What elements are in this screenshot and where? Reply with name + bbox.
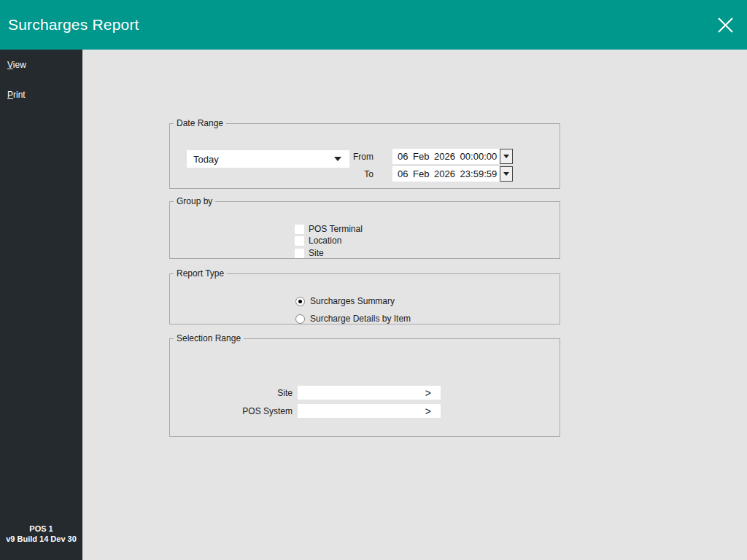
report-type-group: Report Type Surcharges Summary Surcharge… bbox=[169, 268, 560, 324]
title-bar: Surcharges Report bbox=[0, 0, 747, 50]
surcharges-summary-radio-label: Surcharges Summary bbox=[310, 296, 395, 306]
checkbox-row: POS Terminal bbox=[295, 224, 363, 234]
from-datetime-dropdown-button[interactable] bbox=[500, 149, 513, 164]
surcharge-details-radio-label: Surcharge Details by Item bbox=[310, 314, 411, 324]
close-icon bbox=[717, 17, 734, 34]
pos-terminal-checkbox[interactable] bbox=[295, 225, 304, 234]
chevron-right-icon: > bbox=[425, 406, 441, 416]
date-preset-select[interactable]: Today bbox=[187, 150, 349, 168]
chevron-down-icon bbox=[503, 172, 509, 176]
checkbox-row: Location bbox=[295, 236, 341, 246]
site-checkbox-label: Site bbox=[309, 248, 324, 258]
site-checkbox[interactable] bbox=[295, 249, 304, 258]
date-range-group: Date Range Today From 06 Feb 2026 00:00:… bbox=[169, 118, 560, 189]
main-content: Date Range Today From 06 Feb 2026 00:00:… bbox=[82, 50, 747, 560]
from-label: From bbox=[330, 152, 374, 162]
date-range-legend: Date Range bbox=[174, 118, 226, 128]
sidebar: View Print POS 1 v9 Build 14 Dev 30 bbox=[0, 50, 82, 560]
sidebar-item-view[interactable]: View bbox=[7, 60, 26, 70]
pos-terminal-checkbox-label: POS Terminal bbox=[309, 224, 363, 234]
page-title: Surcharges Report bbox=[0, 16, 139, 34]
from-datetime-field[interactable]: 06 Feb 2026 00:00:00 bbox=[392, 149, 500, 164]
surcharges-summary-radio[interactable] bbox=[295, 297, 305, 306]
pos-name: POS 1 bbox=[0, 524, 82, 534]
site-field-label: Site bbox=[212, 388, 293, 398]
group-by-legend: Group by bbox=[174, 196, 215, 206]
surcharge-details-radio[interactable] bbox=[295, 314, 305, 324]
date-preset-value: Today bbox=[187, 154, 334, 165]
chevron-right-icon: > bbox=[425, 388, 441, 398]
location-checkbox[interactable] bbox=[295, 236, 304, 246]
selection-range-legend: Selection Range bbox=[174, 333, 244, 343]
report-type-legend: Report Type bbox=[174, 268, 227, 279]
sidebar-item-print[interactable]: Print bbox=[7, 90, 26, 100]
to-datetime-dropdown-button[interactable] bbox=[500, 166, 513, 182]
chevron-down-icon bbox=[503, 155, 509, 158]
close-button[interactable] bbox=[709, 9, 741, 41]
build-version: v9 Build 14 Dev 30 bbox=[0, 534, 82, 544]
version-info: POS 1 v9 Build 14 Dev 30 bbox=[0, 524, 82, 544]
to-datetime-field[interactable]: 06 Feb 2026 23:59:59 bbox=[392, 166, 500, 182]
group-by-group: Group by POS Terminal Location Site bbox=[169, 196, 560, 259]
radio-row: Surcharge Details by Item bbox=[295, 314, 411, 324]
radio-row: Surcharges Summary bbox=[295, 296, 395, 306]
location-checkbox-label: Location bbox=[309, 236, 341, 246]
selection-range-group: Selection Range Site > POS System > bbox=[169, 333, 560, 437]
pos-system-selector-field[interactable]: > bbox=[298, 404, 441, 418]
pos-system-field-label: POS System bbox=[212, 406, 293, 416]
checkbox-row: Site bbox=[295, 248, 324, 258]
site-selector-field[interactable]: > bbox=[298, 386, 441, 400]
to-label: To bbox=[330, 169, 374, 179]
